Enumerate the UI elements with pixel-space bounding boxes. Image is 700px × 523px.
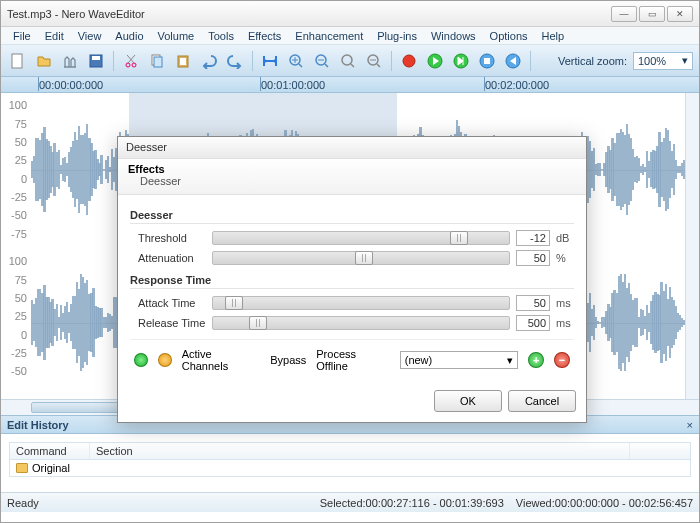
- col-command[interactable]: Command: [10, 443, 90, 459]
- statusbar: Ready Selected:00:00:27:116 - 00:01:39:6…: [1, 492, 699, 512]
- play-preview-icon[interactable]: [134, 353, 148, 367]
- rewind-icon[interactable]: [502, 50, 524, 72]
- zoom-label: Vertical zoom:: [558, 55, 627, 67]
- zoom-in-icon[interactable]: [285, 50, 307, 72]
- chevron-down-icon: ▾: [507, 354, 513, 367]
- deesser-dialog: Deesser Effects Deesser Deesser Threshol…: [117, 136, 587, 423]
- menu-edit[interactable]: Edit: [39, 28, 70, 44]
- play-icon[interactable]: [424, 50, 446, 72]
- svg-point-4: [132, 63, 136, 67]
- window-title: Test.mp3 - Nero WaveEditor: [7, 8, 145, 20]
- max-icon[interactable]: ▭: [639, 6, 665, 22]
- edit-history-panel: Edit History × Command Section Original: [1, 415, 699, 492]
- timeline-tick: 00:01:00:000: [261, 79, 325, 91]
- menu-tools[interactable]: Tools: [202, 28, 240, 44]
- release-label: Release Time: [130, 317, 206, 329]
- chevron-down-icon: ▾: [682, 54, 688, 67]
- release-input[interactable]: [516, 315, 550, 331]
- library-icon[interactable]: [59, 50, 81, 72]
- preset-select[interactable]: (new)▾: [400, 351, 519, 369]
- menu-help[interactable]: Help: [536, 28, 571, 44]
- y-axis-left: 10075 5025 0-25 -50-75 10075 5025 0-25 -…: [1, 93, 31, 399]
- col-section[interactable]: Section: [90, 443, 630, 459]
- select-all-icon[interactable]: [259, 50, 281, 72]
- copy-icon[interactable]: [146, 50, 168, 72]
- history-row[interactable]: Original: [10, 460, 690, 476]
- min-icon[interactable]: —: [611, 6, 637, 22]
- preset-add-icon[interactable]: +: [528, 352, 544, 368]
- close-icon[interactable]: ✕: [667, 6, 693, 22]
- attack-input[interactable]: [516, 295, 550, 311]
- titlebar: Test.mp3 - Nero WaveEditor — ▭ ✕: [1, 1, 699, 27]
- menu-volume[interactable]: Volume: [152, 28, 201, 44]
- threshold-label: Threshold: [130, 232, 206, 244]
- vertical-scrollbar[interactable]: [685, 93, 699, 399]
- threshold-input[interactable]: [516, 230, 550, 246]
- menu-plugins[interactable]: Plug-ins: [371, 28, 423, 44]
- menu-enhancement[interactable]: Enhancement: [289, 28, 369, 44]
- menu-windows[interactable]: Windows: [425, 28, 482, 44]
- redo-icon[interactable]: [224, 50, 246, 72]
- effects-header: Effects Deesser: [118, 159, 586, 195]
- attack-label: Attack Time: [130, 297, 206, 309]
- new-icon[interactable]: [7, 50, 29, 72]
- menubar: File Edit View Audio Volume Tools Effect…: [1, 27, 699, 45]
- menu-view[interactable]: View: [72, 28, 108, 44]
- ok-button[interactable]: OK: [434, 390, 502, 412]
- zoom-select[interactable]: 100%▾: [633, 52, 693, 70]
- menu-file[interactable]: File: [7, 28, 37, 44]
- svg-point-13: [403, 55, 415, 67]
- active-channels-label[interactable]: Active Channels: [182, 348, 261, 372]
- section-deesser: Deesser: [130, 203, 574, 224]
- svg-rect-0: [12, 54, 22, 68]
- zoom-sel-icon[interactable]: [337, 50, 359, 72]
- cut-icon[interactable]: [120, 50, 142, 72]
- zoom-fit-icon[interactable]: [363, 50, 385, 72]
- attenuation-label: Attenuation: [130, 252, 206, 264]
- record-icon[interactable]: [398, 50, 420, 72]
- play-loop-icon[interactable]: [450, 50, 472, 72]
- preset-delete-icon[interactable]: −: [554, 352, 570, 368]
- attenuation-input[interactable]: [516, 250, 550, 266]
- folder-icon: [16, 463, 28, 473]
- menu-audio[interactable]: Audio: [109, 28, 149, 44]
- process-offline-label[interactable]: Process Offline: [316, 348, 389, 372]
- section-response: Response Time: [130, 268, 574, 289]
- attenuation-slider[interactable]: [212, 251, 510, 265]
- svg-rect-17: [484, 58, 490, 64]
- dialog-title[interactable]: Deesser: [118, 137, 586, 159]
- close-panel-icon[interactable]: ×: [687, 419, 693, 431]
- menu-options[interactable]: Options: [484, 28, 534, 44]
- svg-rect-2: [92, 56, 100, 60]
- timeline-tick: 00:00:00:000: [39, 79, 103, 91]
- save-icon[interactable]: [85, 50, 107, 72]
- paste-icon[interactable]: [172, 50, 194, 72]
- open-icon[interactable]: [33, 50, 55, 72]
- speaker-icon[interactable]: [158, 353, 172, 367]
- svg-point-11: [342, 55, 352, 65]
- svg-rect-8: [180, 58, 186, 65]
- menu-effects[interactable]: Effects: [242, 28, 287, 44]
- svg-rect-6: [154, 57, 162, 67]
- timeline-tick: 00:02:00:000: [485, 79, 549, 91]
- timeline[interactable]: 00:00:00:000 00:01:00:000 00:02:00:000: [1, 77, 699, 93]
- undo-icon[interactable]: [198, 50, 220, 72]
- cancel-button[interactable]: Cancel: [508, 390, 576, 412]
- history-title: Edit History: [7, 419, 69, 431]
- bypass-label[interactable]: Bypass: [270, 354, 306, 366]
- stop-icon[interactable]: [476, 50, 498, 72]
- status-ready: Ready: [7, 497, 39, 509]
- zoom-out-icon[interactable]: [311, 50, 333, 72]
- toolbar: Vertical zoom: 100%▾: [1, 45, 699, 77]
- release-slider[interactable]: [212, 316, 510, 330]
- threshold-slider[interactable]: [212, 231, 510, 245]
- svg-point-3: [126, 63, 130, 67]
- attack-slider[interactable]: [212, 296, 510, 310]
